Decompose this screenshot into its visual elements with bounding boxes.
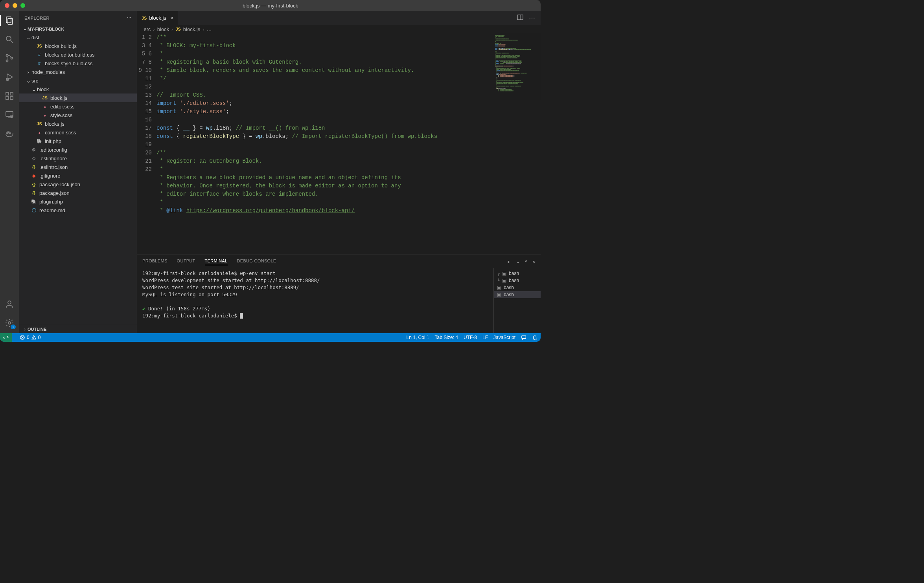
tab-problems[interactable]: PROBLEMS [142,258,167,265]
file-item[interactable]: ⚙.editorconfig [19,145,137,154]
breadcrumb-more: … [207,26,212,32]
tab-output[interactable]: OUTPUT [177,258,195,265]
encoding[interactable]: UTF-8 [464,335,477,340]
svg-rect-9 [6,92,9,95]
css-icon: # [36,52,42,57]
settings-badge: 1 [11,324,16,329]
file-block-js[interactable]: JSblock.js [19,94,137,102]
tab-block-js[interactable]: JS block.js × [137,11,179,25]
folder-block[interactable]: ⌄block [19,85,137,94]
css-icon: # [36,61,42,66]
terminal-item[interactable]: ▣bash [494,284,541,291]
file-item[interactable]: #blocks.style.build.css [19,59,137,68]
bottom-panel: PROBLEMS OUTPUT TERMINAL DEBUG CONSOLE ＋… [137,255,541,333]
svg-point-8 [6,78,9,81]
file-item[interactable]: 🐘init.php [19,137,137,145]
project-folder[interactable]: ⌄ MY-FIRST-BLOCK [19,25,137,33]
window-title: block.js — my-first-block [243,3,298,9]
split-terminal-icon[interactable]: ⌄ [516,260,519,264]
run-debug-icon[interactable] [4,72,15,82]
scss-icon: ⬥ [42,113,48,117]
maximize-window-icon[interactable] [20,3,25,8]
remote-explorer-icon[interactable] [4,109,15,120]
file-item[interactable]: {}package.json [19,189,137,197]
breadcrumb-item[interactable]: block [157,26,169,32]
code-content[interactable]: /** * BLOCK: my-first-block * * Register… [156,33,493,255]
breadcrumb-item[interactable]: block.js [183,26,200,32]
feedback-icon[interactable] [521,335,526,340]
php-icon: 🐘 [36,139,42,144]
svg-line-3 [11,40,13,43]
svg-rect-16 [6,133,7,134]
bell-icon[interactable] [532,335,537,340]
file-item[interactable]: JSblocks.js [19,119,137,128]
breadcrumb-item[interactable]: src [144,26,151,32]
source-control-icon[interactable] [4,53,15,64]
file-item[interactable]: 🐘plugin.php [19,197,137,206]
file-item[interactable]: ⬥common.scss [19,128,137,137]
terminal-item[interactable]: └▣bash [494,277,541,284]
explorer-more-icon[interactable]: ⋯ [127,15,132,20]
file-item[interactable]: ⬥editor.scss [19,102,137,111]
chevron-right-icon: › [22,327,28,332]
explorer-icon[interactable] [4,15,15,26]
breadcrumbs: src › block › JS block.js › … [137,25,541,33]
close-panel-icon[interactable]: × [533,259,535,264]
terminal[interactable]: 192:my-first-block carlodaniele$ wp-env … [137,268,493,333]
cursor-position[interactable]: Ln 1, Col 1 [407,335,429,340]
activity-bar: 1 [0,11,19,333]
docker-icon[interactable] [4,128,15,139]
eol[interactable]: LF [482,335,488,340]
svg-point-2 [6,36,11,41]
folder-node-modules[interactable]: ›node_modules [19,68,137,76]
tab-debug-console[interactable]: DEBUG CONSOLE [237,258,276,265]
svg-rect-12 [10,92,13,95]
tab-size[interactable]: Tab Size: 4 [435,335,458,340]
file-item[interactable]: ◇.eslintignore [19,154,137,163]
window-controls [0,3,25,8]
new-terminal-icon[interactable]: ＋ [506,259,511,265]
terminal-icon: ▣ [502,271,506,276]
file-item[interactable]: ◆.gitignore [19,171,137,180]
terminal-cursor [240,313,243,319]
terminal-icon: ▣ [497,292,501,297]
folder-dist[interactable]: ⌄dist [19,33,137,42]
code-editor[interactable]: 1 2 3 4 5 6 7 8 9 10 11 12 13 14 15 16 1… [137,33,541,255]
close-window-icon[interactable] [5,3,9,8]
file-item[interactable]: ⬥style.scss [19,111,137,119]
extensions-icon[interactable] [4,90,15,101]
svg-rect-19 [8,131,9,132]
info-icon: ⓘ [31,207,37,213]
editor-tabs: JS block.js × ⋯ [137,11,541,25]
terminal-item[interactable]: ┌▣bash [494,270,541,277]
file-item[interactable]: {}package-lock.json [19,180,137,189]
file-item[interactable]: ⓘreadme.md [19,206,137,214]
chevron-right-icon: › [153,26,155,32]
split-editor-icon[interactable] [517,14,523,22]
line-gutter: 1 2 3 4 5 6 7 8 9 10 11 12 13 14 15 16 1… [137,33,156,255]
search-icon[interactable] [4,34,15,45]
file-item[interactable]: #blocks.editor.build.css [19,50,137,59]
minimap[interactable]: ████████████████████ █ ███ ████████████ … [493,33,541,255]
settings-icon[interactable]: 1 [4,317,15,328]
terminal-item[interactable]: ▣bash [494,291,541,298]
file-item[interactable]: JSblocks.build.js [19,42,137,50]
more-actions-icon[interactable]: ⋯ [529,14,535,22]
minimize-window-icon[interactable] [13,3,17,8]
statusbar: 0 0 Ln 1, Col 1 Tab Size: 4 UTF-8 LF Jav… [0,333,541,342]
file-item[interactable]: {}.eslintrc.json [19,163,137,171]
remote-button[interactable] [0,333,12,342]
svg-rect-29 [522,336,526,339]
errors-warnings[interactable]: 0 0 [20,335,40,340]
panel-tabs: PROBLEMS OUTPUT TERMINAL DEBUG CONSOLE ＋… [137,255,541,268]
tab-terminal[interactable]: TERMINAL [205,258,228,265]
account-icon[interactable] [4,299,15,310]
maximize-panel-icon[interactable]: ^ [525,259,527,264]
outline-section[interactable]: › OUTLINE [19,325,137,333]
svg-rect-0 [6,17,11,23]
language-mode[interactable]: JavaScript [493,335,515,340]
titlebar: block.js — my-first-block [0,0,541,11]
close-icon[interactable]: × [170,15,173,21]
folder-src[interactable]: ⌄src [19,76,137,85]
chevron-right-icon: › [202,26,204,32]
